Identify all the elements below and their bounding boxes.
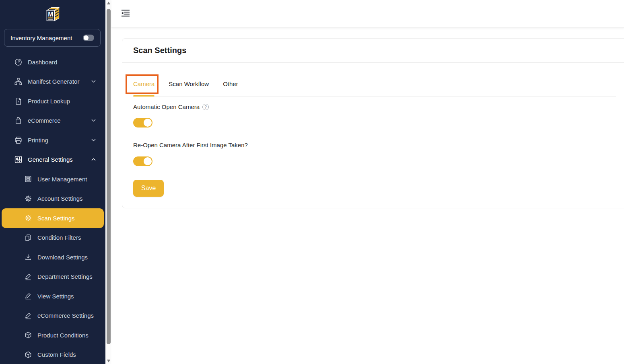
reopen-camera-switch[interactable] (133, 156, 152, 166)
cube-logo-icon: M (43, 3, 62, 23)
app-window: M Inventory Management Dashbo (0, 0, 624, 364)
inventory-management-label: Inventory Management (10, 35, 72, 41)
sidebar-item-user-management[interactable]: User Management (2, 169, 104, 189)
sidebar-item-scan-settings[interactable]: Scan Settings (2, 208, 104, 228)
chevron-down-icon (91, 139, 96, 142)
sidebar-item-product-conditions[interactable]: Product Conditions (2, 325, 104, 345)
page-title: Scan Settings (133, 46, 186, 55)
help-icon[interactable]: ? (202, 104, 209, 110)
tab-label: Scan Workflow (169, 80, 209, 87)
cube-icon (24, 351, 32, 358)
sidebar-item-label: eCommerce (28, 117, 61, 124)
gear-icon (24, 214, 32, 222)
reopen-camera-label: Re-Open Camera After First Image Taken? (133, 142, 616, 148)
sidebar-item-label: Scan Settings (37, 215, 75, 222)
tab-scan-workflow[interactable]: Scan Workflow (169, 72, 209, 96)
main-content: Scan Settings Camera Scan Workflow Other (111, 0, 624, 364)
menu-fold-icon[interactable] (121, 9, 131, 18)
sidebar-item-general-settings[interactable]: General Settings (2, 150, 104, 170)
sidebar-item-label: Condition Filters (37, 234, 81, 241)
inventory-management-toggle-box: Inventory Management (4, 29, 101, 47)
scrollbar-up-arrow[interactable] (107, 2, 110, 4)
sidebar-item-label: Manifest Generator (28, 78, 79, 85)
sidebar-item-printing[interactable]: Printing (2, 130, 104, 150)
printer-icon (14, 136, 22, 144)
tab-other[interactable]: Other (223, 72, 238, 96)
scrollbar-down-arrow[interactable] (107, 360, 110, 362)
cube-icon (24, 331, 32, 339)
shopping-bag-icon (14, 117, 22, 124)
sidebar-item-label: Custom Fields (37, 351, 76, 358)
switch-knob (144, 119, 152, 127)
switch-knob (84, 35, 89, 40)
sidebar-item-dashboard[interactable]: Dashboard (2, 52, 104, 72)
chevron-down-icon (91, 80, 96, 83)
sidebar-item-ecommerce-settings[interactable]: eCommerce Settings (2, 306, 104, 326)
file-icon (14, 97, 22, 105)
tab-label: Other (223, 80, 238, 87)
dashboard-icon (14, 58, 22, 66)
sidebar-nav: Dashboard Manifest Generator (0, 52, 105, 364)
sidebar-scrollbar (105, 0, 111, 364)
tabs-bar: Camera Scan Workflow Other (133, 72, 616, 97)
card-header: Scan Settings (122, 39, 624, 63)
sidebar: M Inventory Management Dashbo (0, 0, 105, 364)
scrollbar-thumb[interactable] (107, 9, 111, 344)
automatic-open-camera-label: Automatic Open Camera ? (133, 103, 616, 110)
chevron-up-icon (91, 158, 96, 161)
sidebar-item-label: Product Conditions (37, 332, 89, 339)
active-tab-ink-bar (133, 95, 154, 97)
sidebar-item-label: Dashboard (28, 59, 57, 66)
automatic-open-camera-switch[interactable] (133, 118, 152, 128)
sidebar-item-view-settings[interactable]: View Settings (2, 286, 104, 306)
sidebar-item-label: Download Settings (37, 254, 88, 261)
card-body: Camera Scan Workflow Other Automatic Ope… (122, 63, 624, 208)
gear-icon (24, 195, 32, 202)
sidebar-item-label: Department Settings (37, 273, 93, 280)
inventory-management-switch[interactable] (83, 35, 94, 41)
tab-camera[interactable]: Camera (133, 72, 154, 96)
sidebar-item-label: View Settings (37, 293, 74, 300)
copy-icon (24, 234, 32, 241)
sidebar-item-ecommerce[interactable]: eCommerce (2, 111, 104, 131)
sidebar-item-manifest-generator[interactable]: Manifest Generator (2, 72, 104, 92)
edit-icon (24, 273, 32, 280)
sidebar-item-label: eCommerce Settings (37, 312, 94, 319)
switch-knob (144, 157, 152, 165)
setting-text: Automatic Open Camera (133, 103, 200, 110)
sidebar-item-label: Product Lookup (28, 98, 70, 105)
sidebar-item-label: User Management (37, 176, 87, 183)
sidebar-item-condition-filters[interactable]: Condition Filters (2, 228, 104, 248)
edit-icon (24, 312, 32, 319)
profile-icon (24, 175, 32, 183)
app-logo: M (0, 3, 105, 23)
tab-label: Camera (133, 80, 154, 87)
save-button[interactable]: Save (133, 180, 164, 197)
setting-text: Re-Open Camera After First Image Taken? (133, 142, 248, 148)
edit-icon (24, 292, 32, 300)
sidebar-item-download-settings[interactable]: Download Settings (2, 247, 104, 267)
control-panel-icon (14, 156, 22, 163)
download-icon (24, 253, 32, 261)
sidebar-item-custom-fields[interactable]: Custom Fields (2, 345, 104, 364)
sidebar-item-label: Printing (28, 137, 48, 144)
sidebar-item-account-settings[interactable]: Account Settings (2, 189, 104, 209)
scan-settings-card: Scan Settings Camera Scan Workflow Other (122, 38, 624, 208)
sidebar-item-label: General Settings (28, 156, 73, 163)
sidebar-item-label: Account Settings (37, 195, 83, 202)
svg-text:M: M (48, 11, 53, 18)
top-header-bar (111, 0, 624, 28)
sidebar-item-product-lookup[interactable]: Product Lookup (2, 91, 104, 111)
sitemap-icon (14, 78, 22, 85)
chevron-down-icon (91, 119, 96, 122)
sidebar-item-department-settings[interactable]: Department Settings (2, 267, 104, 287)
